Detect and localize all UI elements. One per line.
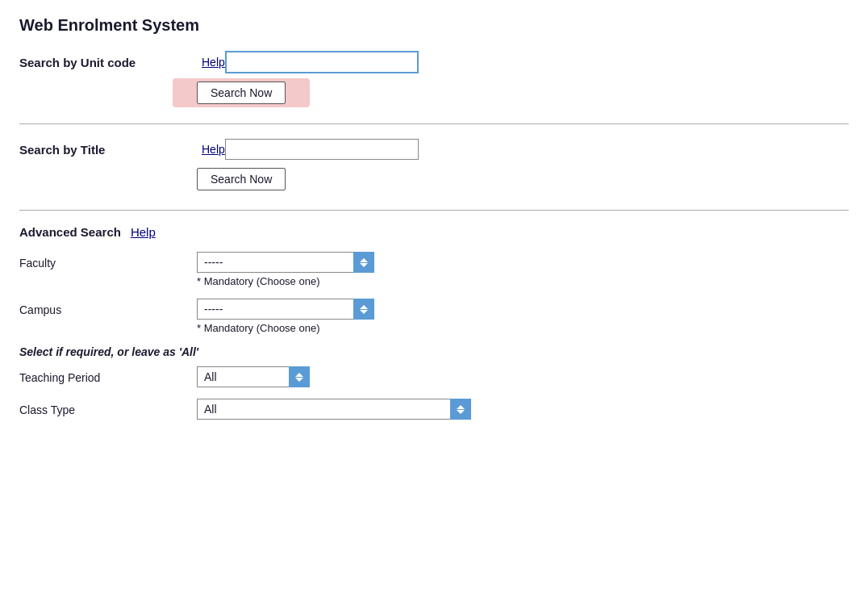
campus-select-wrap: -----	[197, 299, 374, 320]
page-title: Web Enrolment System	[19, 16, 849, 35]
teaching-period-control: All	[197, 366, 310, 387]
class-type-select-wrap: All	[197, 399, 471, 420]
faculty-select[interactable]: -----	[197, 252, 374, 273]
faculty-field-row: Faculty ----- * Mandatory (Choose one)	[19, 252, 849, 287]
teaching-period-field-row: Teaching Period All	[19, 366, 849, 387]
title-label: Search by Title	[19, 143, 197, 157]
campus-control: ----- * Mandatory (Choose one)	[197, 299, 374, 334]
unit-code-label-row: Search by Unit code Help	[19, 51, 849, 73]
class-type-label: Class Type	[19, 399, 197, 416]
unit-code-label: Search by Unit code	[19, 56, 197, 69]
title-search-input[interactable]	[225, 139, 419, 160]
campus-field-row: Campus ----- * Mandatory (Choose one)	[19, 299, 849, 334]
title-label-area: Search by Title Help	[19, 143, 225, 157]
unit-code-help-link[interactable]: Help	[202, 56, 225, 69]
advanced-heading-text: Advanced Search	[19, 225, 121, 239]
unit-code-label-area: Search by Unit code Help	[19, 56, 225, 69]
teaching-period-select-wrap: All	[197, 366, 310, 387]
class-type-field-row: Class Type All	[19, 399, 849, 420]
faculty-label: Faculty	[19, 252, 197, 270]
campus-select[interactable]: -----	[197, 299, 374, 320]
optional-label: Select if required, or leave as 'All'	[19, 345, 849, 358]
unit-code-input[interactable]	[225, 51, 419, 73]
campus-mandatory-note: * Mandatory (Choose one)	[197, 322, 374, 334]
unit-code-search-section: Search by Unit code Help Search Now	[19, 51, 849, 124]
advanced-search-section: Advanced Search Help Faculty ----- * Man…	[19, 225, 849, 445]
faculty-select-wrap: -----	[197, 252, 374, 273]
unit-code-search-button[interactable]: Search Now	[197, 82, 286, 104]
title-help-link[interactable]: Help	[202, 143, 225, 156]
faculty-mandatory-note: * Mandatory (Choose one)	[197, 275, 374, 287]
title-btn-row: Search Now	[197, 168, 849, 190]
teaching-period-select[interactable]: All	[197, 366, 310, 387]
title-search-section: Search by Title Help Search Now	[19, 139, 849, 211]
campus-label: Campus	[19, 299, 197, 316]
unit-code-search-highlighted: Search Now	[197, 82, 286, 104]
title-label-row: Search by Title Help	[19, 139, 849, 160]
unit-code-btn-row: Search Now	[197, 82, 849, 104]
teaching-period-label: Teaching Period	[19, 366, 197, 384]
faculty-control: ----- * Mandatory (Choose one)	[197, 252, 374, 287]
title-search-button[interactable]: Search Now	[197, 168, 286, 190]
class-type-select[interactable]: All	[197, 399, 471, 420]
class-type-control: All	[197, 399, 471, 420]
advanced-search-heading: Advanced Search Help	[19, 225, 849, 239]
advanced-help-link[interactable]: Help	[131, 225, 156, 239]
